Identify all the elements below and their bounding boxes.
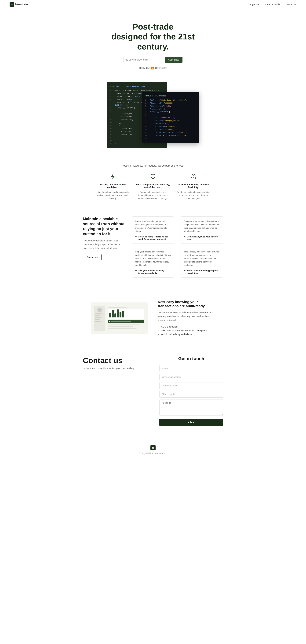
code-status: HTTP/1.1 201 Created (145, 95, 196, 97)
nav-links: Ledger API Trade reconciler Contact us (248, 3, 297, 6)
contact-section: Contact us to learn more or get free whi… (73, 346, 233, 439)
feature-title-schema: without sacrificing schema flexibility. (176, 183, 210, 188)
contact-message-input[interactable] (159, 400, 223, 416)
feature-desc-schema: Create transaction templates, define ass… (176, 190, 210, 200)
hero-email-input[interactable] (124, 57, 165, 63)
feature-card-compute: Compute your traders' holdings from a si… (180, 216, 223, 244)
quote-mark-icon2: ❝ (135, 270, 137, 273)
nav-link-ledger-api[interactable]: Ledger API (248, 3, 260, 6)
contact-left-heading: Contact us (83, 356, 147, 365)
quote-mark-icon: ❝ (135, 236, 137, 239)
audit-heading: Rest easy knowing your transactions are … (158, 300, 215, 308)
logo-box: N (9, 2, 14, 7)
check-mark-icon2: ✓ (158, 329, 160, 332)
scalable-contact-button[interactable]: Contact us (83, 254, 102, 260)
contact-submit-button[interactable]: Submit (159, 419, 223, 426)
contact-name-input[interactable] (159, 365, 223, 372)
nav-logo[interactable]: N NowHouse (9, 2, 28, 7)
quote-mark-icon4: ❝ (184, 270, 185, 273)
feature-card-traders: Help your traders take informed position… (132, 247, 174, 278)
get-in-touch-heading: Get in touch (159, 356, 223, 361)
audit-desc: Let NowHouse keep your data compliantly … (158, 311, 215, 322)
nav-link-contact[interactable]: Contact us (286, 3, 297, 6)
footer: N Copyright © 2024 NowHouse, Inc. (0, 439, 306, 461)
mock-sidebar (94, 306, 105, 331)
code-section: POST /api/v1/ledger_transactions 1await … (0, 79, 306, 158)
features-subtitle: Focus on features, not ledgers. We've bu… (0, 158, 306, 170)
audit-check-1: ✓ SOC 2 compliant (158, 326, 215, 328)
scalable-section: Maintain a scalable source of truth with… (73, 210, 233, 290)
feature-item-speed: Blazing fast and highly available... Hig… (96, 174, 130, 200)
contact-left-desc: to learn more or get free white-glove on… (83, 367, 147, 370)
scalable-heading: Maintain a scalable source of truth with… (83, 216, 126, 236)
scalable-left: Maintain a scalable source of truth with… (83, 216, 126, 281)
scalable-desc: Reduce reconciliations against your cust… (83, 239, 126, 250)
svg-point-1 (192, 174, 193, 176)
logo-name: NowHouse (15, 3, 28, 6)
features-grid: Blazing fast and highly available... Hig… (89, 170, 217, 210)
svg-marker-0 (111, 174, 115, 179)
scalable-col2: Compute your traders' holdings from a si… (180, 216, 223, 281)
code-block-overlay: HTTP/1.1 201 Created 1"id": "53760eda-5e… (142, 92, 199, 144)
hero-email-row: Get started (96, 57, 210, 63)
mock-main (107, 306, 145, 331)
feature-item-security: with safeguards and security, out of the… (136, 174, 170, 200)
audit-check-3: ✓ Built-in redundancy and failover (158, 333, 215, 336)
shield-icon (136, 174, 170, 180)
navbar: N NowHouse Ledger API Trade reconciler C… (0, 0, 306, 9)
code-url: POST /api/v1/ledger_transactions (110, 86, 164, 87)
footer-copyright: Copyright © 2024 NowHouse, Inc. (6, 452, 300, 454)
hero-cta-button[interactable]: Get started (165, 57, 182, 63)
audit-check-2: ✓ SEC Rule 17 and FINRA Rule 4511 compli… (158, 329, 215, 332)
feature-item-schema: without sacrificing schema flexibility. … (176, 174, 210, 200)
scalable-col1: Create a separate ledger for your firm's… (132, 216, 174, 281)
mock-avatar (97, 308, 102, 312)
contact-form-col: Get in touch Submit (159, 356, 223, 426)
contact-left: Contact us to learn more or get free whi… (83, 356, 147, 370)
nav-link-trade-reconciler[interactable]: Trade reconciler (265, 3, 281, 6)
check-mark-icon: ✓ (158, 326, 160, 328)
contact-phone-input[interactable] (159, 391, 223, 398)
hero-headline: Post-trade designed for the 21st century… (96, 22, 210, 52)
audit-section: Rest easy knowing your transactions are … (81, 290, 225, 346)
feature-card-quote-track: ❝ Track trade or funding progress in rea… (184, 270, 220, 274)
people-icon (176, 174, 210, 180)
feature-card-track: Track exactly when your traders' funds a… (180, 247, 223, 278)
feature-desc-speed: High throughput, low latency reads and w… (96, 190, 130, 200)
audit-ui-mockup (94, 306, 145, 331)
quote-mark-icon3: ❝ (184, 236, 185, 239)
yc-badge: Y (151, 66, 154, 70)
feature-card-ledgers: Create a separate ledger for your firm's… (132, 216, 174, 244)
contact-company-input[interactable] (159, 382, 223, 389)
svg-point-2 (194, 174, 195, 176)
audit-visual (91, 302, 148, 334)
backed-by: Backed by Y Combinator (96, 66, 210, 70)
feature-card-quote-ledgers: ❝ Create as many ledgers as you need, fo… (135, 236, 171, 240)
feature-title-security: with safeguards and security, out of the… (136, 183, 170, 188)
code-container: POST /api/v1/ledger_transactions 1await … (107, 82, 199, 148)
audit-right: Rest easy knowing your transactions are … (158, 300, 215, 337)
hero-section: Post-trade designed for the 21st century… (89, 9, 217, 79)
contact-email-input[interactable] (159, 374, 223, 380)
feature-title-speed: Blazing fast and highly available... (96, 183, 130, 188)
footer-logo-box: N (151, 445, 155, 450)
feature-desc-security: Double-entry accounting and immutable ba… (136, 190, 170, 200)
check-mark-icon3: ✓ (158, 333, 160, 336)
feature-card-quote-compute: ❝ Compute anything your traders want. (184, 236, 220, 240)
feature-card-quote-traders: ❝ Give your traders visibility through g… (135, 270, 171, 274)
bolt-icon (96, 174, 130, 180)
